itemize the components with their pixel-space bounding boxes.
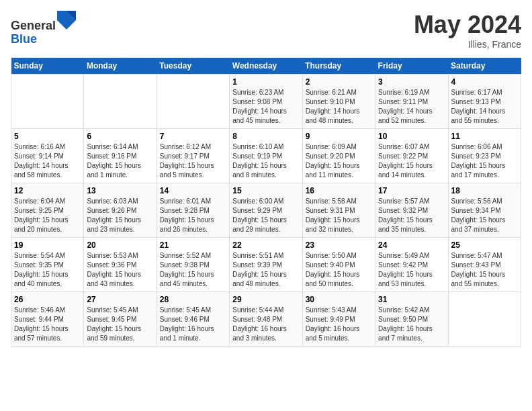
- day-number: 4: [451, 77, 518, 87]
- day-cell: 13Sunrise: 6:03 AM Sunset: 9:26 PM Dayli…: [84, 183, 157, 238]
- day-number: 21: [160, 240, 226, 250]
- day-number: 7: [160, 132, 226, 141]
- week-row-2: 5Sunrise: 6:16 AM Sunset: 9:14 PM Daylig…: [11, 129, 521, 183]
- day-cell: [11, 75, 84, 129]
- title-block: May 2024 Illies, France: [414, 11, 521, 50]
- day-info: Sunrise: 6:00 AM Sunset: 9:29 PM Dayligh…: [232, 197, 299, 234]
- day-number: 14: [160, 186, 226, 195]
- day-cell: 27Sunrise: 5:45 AM Sunset: 9:45 PM Dayli…: [84, 292, 157, 347]
- day-info: Sunrise: 5:46 AM Sunset: 9:44 PM Dayligh…: [14, 306, 81, 343]
- day-info: Sunrise: 6:07 AM Sunset: 9:22 PM Dayligh…: [378, 142, 445, 180]
- day-info: Sunrise: 5:56 AM Sunset: 9:34 PM Dayligh…: [451, 197, 518, 234]
- day-number: 13: [87, 186, 153, 195]
- page-header: General Blue May 2024 Illies, France: [11, 11, 521, 50]
- day-number: 27: [87, 295, 153, 304]
- day-cell: 25Sunrise: 5:47 AM Sunset: 9:43 PM Dayli…: [448, 238, 521, 292]
- weekday-saturday: Saturday: [448, 58, 521, 75]
- day-info: Sunrise: 5:54 AM Sunset: 9:35 PM Dayligh…: [14, 251, 81, 289]
- day-cell: 14Sunrise: 6:01 AM Sunset: 9:28 PM Dayli…: [157, 183, 229, 238]
- day-cell: 21Sunrise: 5:52 AM Sunset: 9:38 PM Dayli…: [157, 238, 229, 292]
- day-cell: [448, 292, 521, 347]
- day-cell: 19Sunrise: 5:54 AM Sunset: 9:35 PM Dayli…: [11, 238, 84, 292]
- day-number: 29: [232, 295, 299, 304]
- day-number: 23: [306, 240, 372, 250]
- month-title: May 2024: [414, 11, 521, 39]
- day-cell: 20Sunrise: 5:53 AM Sunset: 9:36 PM Dayli…: [84, 238, 157, 292]
- day-info: Sunrise: 5:45 AM Sunset: 9:46 PM Dayligh…: [160, 306, 226, 343]
- day-number: 5: [14, 132, 81, 141]
- weekday-wednesday: Wednesday: [230, 58, 302, 75]
- day-info: Sunrise: 6:04 AM Sunset: 9:25 PM Dayligh…: [14, 197, 81, 234]
- day-number: 22: [232, 240, 299, 250]
- day-number: 2: [306, 77, 372, 87]
- day-cell: 3Sunrise: 6:19 AM Sunset: 9:11 PM Daylig…: [375, 75, 448, 129]
- day-number: 20: [87, 240, 153, 250]
- day-number: 28: [160, 295, 226, 304]
- day-number: 1: [232, 77, 299, 87]
- day-cell: 24Sunrise: 5:49 AM Sunset: 9:42 PM Dayli…: [375, 238, 448, 292]
- day-cell: 29Sunrise: 5:44 AM Sunset: 9:48 PM Dayli…: [230, 292, 302, 347]
- day-cell: 22Sunrise: 5:51 AM Sunset: 9:39 PM Dayli…: [230, 238, 302, 292]
- day-cell: 2Sunrise: 6:21 AM Sunset: 9:10 PM Daylig…: [302, 75, 375, 129]
- day-info: Sunrise: 6:17 AM Sunset: 9:13 PM Dayligh…: [451, 88, 518, 126]
- weekday-thursday: Thursday: [302, 58, 375, 75]
- calendar-table: SundayMondayTuesdayWednesdayThursdayFrid…: [11, 58, 521, 347]
- day-number: 30: [306, 295, 372, 304]
- day-info: Sunrise: 5:50 AM Sunset: 9:40 PM Dayligh…: [306, 251, 372, 289]
- logo-icon: [57, 11, 76, 30]
- day-info: Sunrise: 6:03 AM Sunset: 9:26 PM Dayligh…: [87, 197, 153, 234]
- day-info: Sunrise: 5:45 AM Sunset: 9:45 PM Dayligh…: [87, 306, 153, 343]
- day-cell: 10Sunrise: 6:07 AM Sunset: 9:22 PM Dayli…: [375, 129, 448, 183]
- day-number: 31: [378, 295, 445, 304]
- day-number: 8: [232, 132, 299, 141]
- day-number: 16: [306, 186, 372, 195]
- day-info: Sunrise: 5:52 AM Sunset: 9:38 PM Dayligh…: [160, 251, 226, 289]
- day-cell: 5Sunrise: 6:16 AM Sunset: 9:14 PM Daylig…: [11, 129, 84, 183]
- day-cell: 17Sunrise: 5:57 AM Sunset: 9:32 PM Dayli…: [375, 183, 448, 238]
- day-cell: 6Sunrise: 6:14 AM Sunset: 9:16 PM Daylig…: [84, 129, 157, 183]
- day-info: Sunrise: 5:58 AM Sunset: 9:31 PM Dayligh…: [306, 197, 372, 234]
- day-cell: 15Sunrise: 6:00 AM Sunset: 9:29 PM Dayli…: [230, 183, 302, 238]
- logo-general-text: General: [11, 19, 56, 32]
- day-number: 17: [378, 186, 445, 195]
- weekday-monday: Monday: [84, 58, 157, 75]
- day-cell: 31Sunrise: 5:42 AM Sunset: 9:50 PM Dayli…: [375, 292, 448, 347]
- day-number: 25: [451, 240, 518, 250]
- day-cell: 9Sunrise: 6:09 AM Sunset: 9:20 PM Daylig…: [302, 129, 375, 183]
- day-info: Sunrise: 6:19 AM Sunset: 9:11 PM Dayligh…: [378, 88, 445, 126]
- day-number: 3: [378, 77, 445, 87]
- day-number: 18: [451, 186, 518, 195]
- day-info: Sunrise: 6:14 AM Sunset: 9:16 PM Dayligh…: [87, 142, 153, 180]
- week-row-4: 19Sunrise: 5:54 AM Sunset: 9:35 PM Dayli…: [11, 238, 521, 292]
- day-cell: 8Sunrise: 6:10 AM Sunset: 9:19 PM Daylig…: [230, 129, 302, 183]
- day-info: Sunrise: 5:57 AM Sunset: 9:32 PM Dayligh…: [378, 197, 445, 234]
- day-info: Sunrise: 6:21 AM Sunset: 9:10 PM Dayligh…: [306, 88, 372, 126]
- day-info: Sunrise: 5:53 AM Sunset: 9:36 PM Dayligh…: [87, 251, 153, 289]
- day-number: 10: [378, 132, 445, 141]
- day-info: Sunrise: 5:49 AM Sunset: 9:42 PM Dayligh…: [378, 251, 445, 289]
- day-info: Sunrise: 6:23 AM Sunset: 9:08 PM Dayligh…: [232, 88, 299, 126]
- day-info: Sunrise: 6:10 AM Sunset: 9:19 PM Dayligh…: [232, 142, 299, 180]
- day-info: Sunrise: 5:44 AM Sunset: 9:48 PM Dayligh…: [232, 306, 299, 343]
- weekday-friday: Friday: [375, 58, 448, 75]
- day-number: 6: [87, 132, 153, 141]
- calendar-body: 1Sunrise: 6:23 AM Sunset: 9:08 PM Daylig…: [11, 75, 521, 347]
- day-cell: 18Sunrise: 5:56 AM Sunset: 9:34 PM Dayli…: [448, 183, 521, 238]
- day-info: Sunrise: 6:12 AM Sunset: 9:17 PM Dayligh…: [160, 142, 226, 180]
- week-row-1: 1Sunrise: 6:23 AM Sunset: 9:08 PM Daylig…: [11, 75, 521, 129]
- week-row-5: 26Sunrise: 5:46 AM Sunset: 9:44 PM Dayli…: [11, 292, 521, 347]
- day-cell: 28Sunrise: 5:45 AM Sunset: 9:46 PM Dayli…: [157, 292, 229, 347]
- week-row-3: 12Sunrise: 6:04 AM Sunset: 9:25 PM Dayli…: [11, 183, 521, 238]
- day-info: Sunrise: 5:47 AM Sunset: 9:43 PM Dayligh…: [451, 251, 518, 289]
- day-cell: 4Sunrise: 6:17 AM Sunset: 9:13 PM Daylig…: [448, 75, 521, 129]
- day-info: Sunrise: 5:43 AM Sunset: 9:49 PM Dayligh…: [306, 306, 372, 343]
- day-number: 11: [451, 132, 518, 141]
- day-info: Sunrise: 6:01 AM Sunset: 9:28 PM Dayligh…: [160, 197, 226, 234]
- day-cell: [84, 75, 157, 129]
- day-info: Sunrise: 5:42 AM Sunset: 9:50 PM Dayligh…: [378, 306, 445, 343]
- day-cell: 1Sunrise: 6:23 AM Sunset: 9:08 PM Daylig…: [230, 75, 302, 129]
- day-number: 24: [378, 240, 445, 250]
- day-cell: [157, 75, 229, 129]
- day-info: Sunrise: 6:06 AM Sunset: 9:23 PM Dayligh…: [451, 142, 518, 180]
- day-number: 12: [14, 186, 81, 195]
